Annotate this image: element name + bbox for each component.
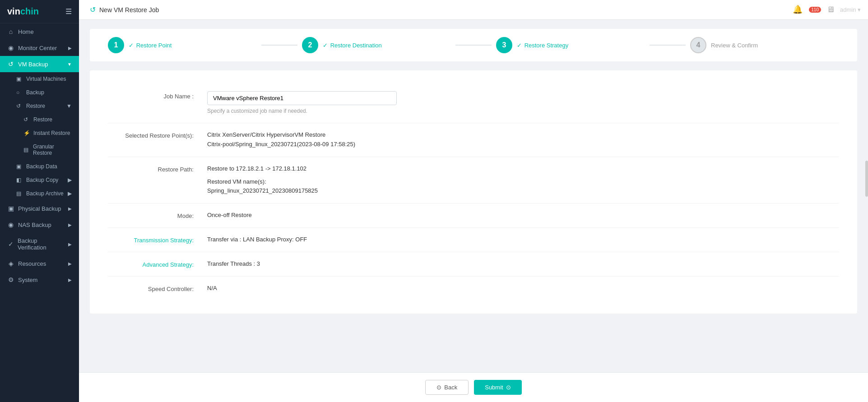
form-row-speed: Speed Controller: N/A — [108, 277, 839, 300]
physical-backup-icon: ▣ — [7, 205, 14, 212]
step-4-text: Review & Confirm — [711, 42, 758, 49]
sidebar-item-system-label: System — [18, 277, 37, 283]
wizard-step-1: 1 ✓ Restore Point — [108, 37, 257, 53]
speed-value: N/A — [207, 284, 839, 293]
sidebar-item-vm-backup-label: VM Backup — [18, 61, 48, 68]
restore-points-main: Citrix XenServer/Citrix HypervisorVM Res… — [207, 130, 839, 140]
monitor-icon: ◉ — [7, 44, 14, 51]
sidebar-item-backup-archive[interactable]: ▤ Backup Archive ▶ — [0, 187, 79, 200]
sidebar-item-physical-backup[interactable]: ▣ Physical Backup ▶ — [0, 200, 79, 217]
back-button[interactable]: ⊙ Back — [425, 380, 469, 395]
sidebar-item-physical-backup-label: Physical Backup — [18, 205, 61, 212]
content-area: 1 ✓ Restore Point 2 ✓ Restore Destinatio… — [79, 20, 868, 372]
restored-vm-label: Restored VM name(s): — [207, 177, 839, 187]
system-arrow: ▶ — [68, 277, 72, 282]
physical-backup-arrow: ▶ — [68, 206, 72, 211]
sidebar-item-restore-sub-label: Restore — [33, 116, 52, 123]
sidebar-item-backup-data[interactable]: ▣ Backup Data — [0, 160, 79, 173]
restore-sub-icon: ↺ — [23, 116, 30, 123]
sidebar-item-vm-backup[interactable]: ↺ VM Backup ▼ — [0, 56, 79, 72]
user-menu[interactable]: admin ▾ — [840, 6, 861, 13]
submit-arrow-icon: ⊙ — [506, 384, 511, 391]
sidebar-item-nas-backup[interactable]: ◉ NAS Backup ▶ — [0, 217, 79, 233]
step-sep-2 — [455, 45, 492, 46]
backup-verification-arrow: ▶ — [68, 242, 72, 247]
backup-archive-arrow: ▶ — [68, 190, 72, 197]
form-row-restore-points: Selected Restore Point(s): Citrix XenSer… — [108, 123, 839, 157]
mode-label: Mode: — [108, 211, 198, 219]
sidebar-item-home-label: Home — [18, 28, 34, 35]
mode-value: Once-off Restore — [207, 211, 839, 220]
job-name-label: Job Name : — [108, 91, 198, 100]
job-name-hint: Specify a customized job name if needed. — [207, 107, 839, 116]
sidebar-item-backup-copy-label: Backup Copy — [26, 177, 58, 183]
sidebar-item-resources-label: Resources — [18, 260, 46, 267]
step-2-check: ✓ — [323, 42, 328, 49]
sidebar-item-restore-label: Restore — [26, 103, 45, 109]
topbar-right: 🔔 110 🖥 admin ▾ — [793, 5, 861, 14]
sidebar-item-instant-restore-label: Instant Restore — [33, 130, 70, 136]
sidebar-item-instant-restore[interactable]: ⚡ Instant Restore — [0, 126, 79, 140]
step-sep-3 — [650, 45, 686, 46]
restore-points-sub: Citrix-pool/Spring_linux_20230721(2023-0… — [207, 140, 839, 149]
sidebar-item-home[interactable]: ⌂ Home — [0, 23, 79, 40]
restore-icon: ↺ — [16, 103, 23, 109]
logo-area: vinchin ☰ — [0, 0, 79, 23]
restore-points-value: Citrix XenServer/Citrix HypervisorVM Res… — [207, 130, 839, 149]
monitor-arrow: ▶ — [68, 46, 72, 51]
sidebar: vinchin ☰ ⌂ Home ◉ Monitor Center ▶ ↺ VM… — [0, 0, 79, 402]
restore-path-main: Restore to 172.18.2.1 -> 172.18.1.102 — [207, 164, 839, 174]
scrollbar-handle[interactable] — [865, 161, 868, 197]
page-refresh-icon[interactable]: ↺ — [90, 5, 96, 14]
virtual-machines-icon: ▣ — [16, 76, 23, 82]
step-2-circle: 2 — [302, 37, 318, 53]
wizard-steps: 1 ✓ Restore Point 2 ✓ Restore Destinatio… — [90, 29, 857, 61]
notification-badge: 110 — [809, 7, 821, 13]
step-2-label: ✓ Restore Destination — [323, 42, 382, 49]
job-name-value: Specify a customized job name if needed. — [207, 91, 839, 116]
sidebar-item-granular-restore[interactable]: ▤ Granular Restore — [0, 140, 79, 160]
step-3-label: ✓ Restore Strategy — [517, 42, 568, 49]
wizard-step-4: 4 Review & Confirm — [690, 37, 839, 53]
vm-backup-arrow: ▼ — [67, 62, 72, 67]
instant-restore-icon: ⚡ — [23, 130, 30, 136]
sidebar-item-restore-sub[interactable]: ↺ Restore — [0, 113, 79, 126]
sidebar-item-virtual-machines[interactable]: ▣ Virtual Machines — [0, 72, 79, 86]
sidebar-item-backup[interactable]: ○ Backup — [0, 86, 79, 99]
back-button-label: Back — [444, 384, 457, 391]
sidebar-item-backup-data-label: Backup Data — [26, 163, 57, 170]
sidebar-item-restore[interactable]: ↺ Restore ▼ — [0, 99, 79, 113]
sidebar-item-backup-verification[interactable]: ✓ Backup Verification ▶ — [0, 233, 79, 255]
nas-backup-icon: ◉ — [7, 221, 14, 228]
notification-bell-icon[interactable]: 🔔 — [793, 5, 803, 14]
restore-points-label: Selected Restore Point(s): — [108, 130, 198, 139]
monitor-display-icon[interactable]: 🖥 — [826, 5, 835, 14]
advanced-label: Advanced Strategy: — [108, 259, 198, 268]
sidebar-item-backup-label: Backup — [26, 89, 44, 96]
submit-button[interactable]: Submit ⊙ — [474, 380, 521, 395]
sidebar-item-monitor-center[interactable]: ◉ Monitor Center ▶ — [0, 40, 79, 56]
resources-icon: ◈ — [7, 260, 14, 267]
sidebar-item-backup-copy[interactable]: ◧ Backup Copy ▶ — [0, 173, 79, 187]
sidebar-item-system[interactable]: ⚙ System ▶ — [0, 272, 79, 288]
step-1-text: Restore Point — [136, 42, 172, 49]
step-4-label: Review & Confirm — [711, 42, 758, 49]
wizard-step-3: 3 ✓ Restore Strategy — [496, 37, 645, 53]
sidebar-item-nas-backup-label: NAS Backup — [18, 222, 51, 228]
hamburger-icon[interactable]: ☰ — [65, 7, 72, 16]
step-1-label: ✓ Restore Point — [129, 42, 172, 49]
advanced-value: Transfer Threads : 3 — [207, 259, 839, 269]
granular-restore-icon: ▤ — [23, 147, 29, 153]
sidebar-item-granular-restore-label: Granular Restore — [33, 143, 72, 156]
sidebar-item-resources[interactable]: ◈ Resources ▶ — [0, 255, 79, 272]
sidebar-item-monitor-label: Monitor Center — [18, 45, 57, 51]
restored-vm-name: Spring_linux_20230721_20230809175825 — [207, 186, 839, 196]
back-circle-icon: ⊙ — [436, 384, 441, 391]
logo-suffix: chin — [20, 6, 39, 16]
main-content: 🔔 110 🖥 admin ▾ ↺ New VM Restore Job 1 ✓… — [79, 0, 868, 402]
sidebar-item-vm-label: Virtual Machines — [26, 76, 66, 82]
backup-copy-icon: ◧ — [16, 177, 23, 183]
page-title: New VM Restore Job — [99, 6, 159, 14]
footer-bar: ⊙ Back Submit ⊙ — [79, 372, 868, 402]
job-name-input[interactable] — [207, 91, 397, 105]
